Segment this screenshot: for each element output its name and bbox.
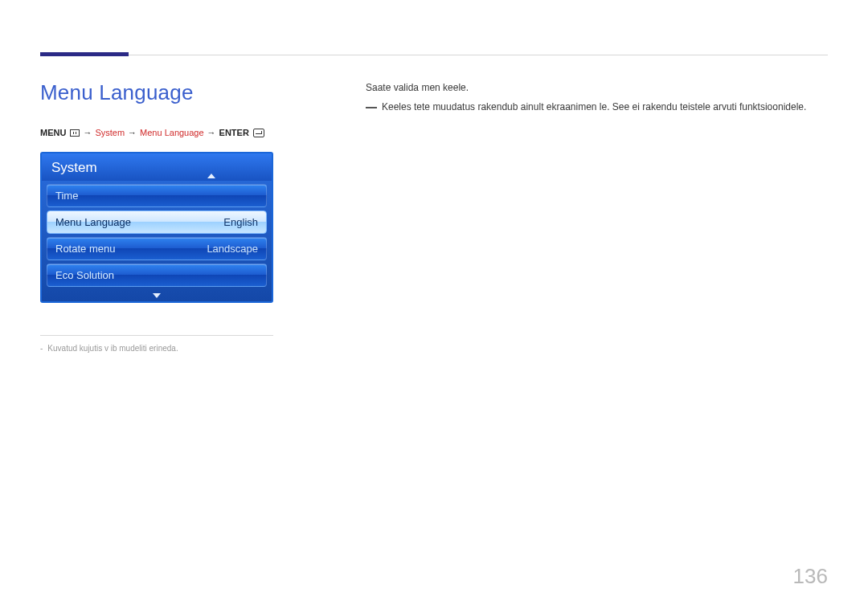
scroll-down-icon[interactable] (153, 293, 161, 298)
footnote: - Kuvatud kujutis v ib mudeliti erineda. (40, 344, 350, 353)
osd-row-menu-language[interactable]: Menu Language English (47, 210, 267, 234)
long-dash-icon (366, 107, 377, 108)
osd-row-rotate-menu[interactable]: Rotate menu Landscape (47, 237, 267, 260)
top-horizontal-rule (40, 55, 828, 55)
breadcrumb-system: System (95, 128, 125, 137)
footnote-dash: - (40, 344, 43, 353)
arrow-icon: → (83, 128, 92, 137)
footnote-text: Kuvatud kujutis v ib mudeliti erineda. (47, 344, 178, 353)
breadcrumb: MENU → System → Menu Language → ENTER (40, 128, 350, 137)
osd-row-label: Time (55, 190, 78, 202)
osd-row-label: Rotate menu (55, 243, 115, 255)
arrow-icon: → (128, 128, 137, 137)
osd-header: System (42, 153, 272, 181)
enter-icon (253, 129, 264, 137)
page-number: 136 (793, 564, 828, 589)
osd-body: Time Menu Language English Rotate menu L… (42, 181, 272, 295)
osd-footer (42, 295, 272, 301)
description-note: Keeles tete muudatus rakendub ainult ekr… (366, 101, 828, 112)
osd-row-eco-solution[interactable]: Eco Solution (47, 264, 267, 287)
section-accent-bar (40, 52, 129, 56)
osd-row-value: Landscape (207, 243, 258, 255)
osd-row-time[interactable]: Time (47, 184, 267, 207)
osd-header-title: System (51, 160, 97, 175)
footnote-rule (40, 335, 273, 336)
arrow-icon: → (207, 128, 216, 137)
osd-row-value: English (223, 216, 258, 228)
description-line: Saate valida men keele. (366, 82, 828, 93)
breadcrumb-enter-label: ENTER (219, 128, 249, 137)
description-note-text: Keeles tete muudatus rakendub ainult ekr… (382, 101, 806, 112)
breadcrumb-menu-language: Menu Language (140, 128, 204, 137)
osd-row-label: Eco Solution (55, 269, 114, 281)
osd-panel: System Time Menu Language English Rotate… (40, 152, 273, 303)
scroll-up-icon[interactable] (207, 174, 215, 178)
breadcrumb-menu-label: MENU (40, 128, 66, 137)
menu-icon (70, 129, 80, 137)
osd-row-label: Menu Language (55, 216, 131, 228)
page-title: Menu Language (40, 80, 350, 105)
